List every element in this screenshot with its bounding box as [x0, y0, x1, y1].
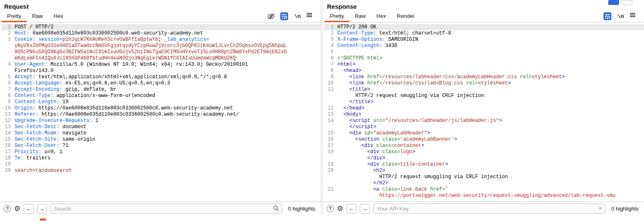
menu-icon[interactable] — [630, 12, 638, 20]
line-content: Content-Type: text/html; charset=utf-8 — [337, 30, 451, 37]
line-content: Firefox/143.0 — [15, 68, 54, 74]
code-line: 5Accept: text/html,application/xhtml+xml… — [2, 74, 321, 80]
newline-toggle-icon[interactable]: \n — [293, 12, 302, 20]
code-line: HTTP/2 request smuggling via CRLF inject… — [324, 174, 644, 180]
line-number: 14 — [2, 130, 11, 137]
line-content: Sec-Fetch-User: ?1 — [15, 143, 69, 149]
repeater-message-view: Request Pretty Raw Hex — [0, 0, 644, 221]
line-content: </script> — [337, 124, 376, 130]
code-line: 8Content-Type: application/x-www-form-ur… — [2, 93, 321, 99]
code-line: 9 <link href=/resources/labheader/css/ac… — [324, 74, 644, 80]
response-highlights-count: 0 highlights — [609, 206, 640, 212]
response-tab-hex[interactable]: Hex — [371, 11, 391, 22]
prev-match-button[interactable]: ← — [24, 204, 34, 214]
line-number: 8 — [2, 93, 11, 99]
code-line: Firefox/143.0 — [2, 68, 321, 74]
line-number: 13 — [324, 112, 334, 118]
request-search-input[interactable] — [50, 204, 282, 214]
code-line: 3Cookie: session=p1hJqcW7KhAURehScreOaBF… — [2, 37, 321, 43]
secondary-toggle-button[interactable] — [622, 0, 632, 5]
gear-icon[interactable]: ⚙ — [337, 205, 343, 212]
line-content: Te: trailers — [15, 155, 50, 161]
code-line: </h2> — [324, 180, 644, 186]
line-content: HTTP/2 200 OK — [337, 24, 376, 30]
line-number: 4 — [324, 43, 334, 49]
response-tab-render[interactable]: Render — [391, 11, 420, 22]
menu-icon[interactable] — [307, 12, 315, 20]
eye-slash-icon[interactable] — [267, 12, 275, 20]
line-content: Priority: u=0, i — [15, 149, 62, 155]
wrap-toggle-icon[interactable] — [280, 12, 288, 20]
line-number: 5 — [324, 49, 334, 55]
wrap-toggle-icon[interactable] — [603, 12, 612, 20]
panels-container: Request Pretty Raw Hex — [0, 0, 644, 215]
code-line: 20search=randomsearch — [2, 168, 321, 174]
line-number: 19 — [324, 161, 334, 168]
code-line: 13 <body> — [324, 112, 644, 118]
code-line: </title> — [324, 99, 644, 105]
line-content: <html> — [337, 62, 355, 68]
code-line: 14Sec-Fetch-Mode: navigate — [2, 130, 321, 137]
code-line: 4Content-Length: 3438 — [324, 43, 644, 49]
line-content: </div> — [337, 155, 385, 161]
clear-icon[interactable]: × — [598, 204, 602, 211]
code-line: 17 <div class=container> — [324, 143, 644, 149]
line-content: Host: 0ae6008e035d110e803c0336002500c0.w… — [15, 30, 203, 37]
line-number: 11 — [324, 87, 334, 93]
line-content: https://portswigger.net/web-security/req… — [337, 193, 616, 199]
code-line: 12 </head> — [324, 105, 644, 112]
inspector-toggle-button[interactable] — [608, 0, 619, 5]
api-key-input[interactable] — [373, 204, 605, 214]
line-content: Accept: text/html,application/xhtml+xml,… — [15, 74, 227, 80]
request-panel: Request Pretty Raw Hex — [0, 0, 321, 215]
request-editor[interactable]: 1POST / HTTP/22Host: 0ae6008e035d110e803… — [0, 22, 321, 201]
line-content: X-Frame-Options: SAMEORIGIN — [337, 37, 418, 43]
request-highlights-count: 0 highlights — [285, 206, 317, 212]
code-line: yNyUXs2bPMqU31e0HD1aDTwaHzcNmSVFgjdtqydy… — [2, 43, 321, 49]
search-icon — [273, 205, 279, 213]
response-tab-pretty[interactable]: Pretty — [324, 11, 349, 22]
line-number: 13 — [2, 124, 11, 130]
code-line: 16Sec-Fetch-User: ?1 — [2, 143, 321, 149]
line-content: <div class=container> — [337, 143, 424, 149]
code-line: 10 <link href=/resources/css/labsBlog.cs… — [324, 80, 644, 87]
prev-match-button[interactable]: ← — [347, 204, 356, 214]
line-content: Referer: https://0ae6008e035d110e803c033… — [15, 112, 239, 118]
line-content: User-Agent: Mozilla/5.0 (Windows NT 10.0… — [15, 62, 248, 68]
code-line: 4User-Agent: Mozilla/5.0 (Windows NT 10.… — [2, 62, 321, 68]
newline-toggle-icon[interactable]: \n — [617, 12, 625, 20]
line-number: 18 — [2, 155, 11, 161]
next-match-button[interactable]: → — [360, 204, 370, 214]
response-editor[interactable]: 1HTTP/2 200 OK2Content-Type: text/html; … — [323, 22, 644, 201]
line-number: 14 — [324, 118, 334, 124]
code-line: 11 <title> — [324, 87, 644, 93]
request-tab-pretty[interactable]: Pretty — [2, 11, 27, 22]
code-line: 3X-Frame-Options: SAMEORIGIN — [324, 37, 644, 43]
line-content: <h2> — [337, 168, 385, 174]
code-line: </script> — [324, 124, 644, 130]
gear-icon[interactable]: ⚙ — [14, 205, 20, 212]
code-line: 8 <head> — [324, 68, 644, 74]
help-icon[interactable]: ? — [4, 205, 11, 212]
request-tab-hex[interactable]: Hex — [48, 11, 69, 22]
code-line: 21 <a class=link-back href=' — [324, 186, 644, 193]
line-content: <link href=/resources/css/labsBlog.css r… — [337, 80, 511, 87]
response-tab-raw[interactable]: Raw — [349, 11, 371, 22]
request-tab-raw[interactable]: Raw — [27, 11, 48, 22]
line-content: <section class='academyLabBanner'> — [337, 137, 457, 143]
help-icon[interactable]: ? — [327, 205, 334, 212]
line-content: <div id="academyLabHeader"> — [337, 130, 430, 137]
code-line: 19 <div class=title-container> — [324, 161, 644, 168]
line-number: 1 — [324, 24, 334, 30]
line-content: HTTP/2 request smuggling via CRLF inject… — [337, 93, 484, 99]
line-number: 3 — [2, 37, 11, 43]
line-number: 1 — [2, 24, 11, 30]
line-content: </title> — [337, 99, 373, 105]
line-number — [324, 174, 334, 180]
line-number: 11 — [2, 112, 11, 118]
line-number: 3 — [324, 37, 334, 43]
code-line: 10Origin: https://0ae6008e035d110e803c03… — [2, 105, 321, 112]
next-match-button[interactable]: → — [37, 204, 47, 214]
line-content: </h2> — [337, 180, 388, 186]
line-content: Accept-Encoding: gzip, deflate, br — [15, 87, 116, 93]
